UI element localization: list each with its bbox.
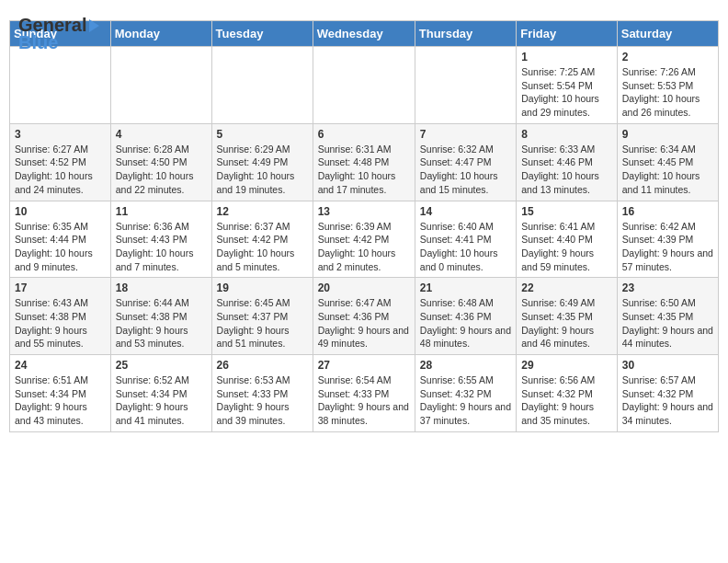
day-info: Sunrise: 6:39 AM Sunset: 4:42 PM Dayligh… [318,220,410,274]
day-info: Sunrise: 6:37 AM Sunset: 4:42 PM Dayligh… [217,220,308,274]
calendar-cell: 3Sunrise: 6:27 AM Sunset: 4:52 PM Daylig… [10,123,111,201]
day-info: Sunrise: 6:48 AM Sunset: 4:36 PM Dayligh… [420,296,511,350]
calendar-cell: 15Sunrise: 6:41 AM Sunset: 4:40 PM Dayli… [517,201,618,278]
calendar: SundayMondayTuesdayWednesdayThursdayFrid… [0,20,728,442]
day-info: Sunrise: 6:28 AM Sunset: 4:50 PM Dayligh… [116,143,207,197]
day-info: Sunrise: 6:50 AM Sunset: 4:35 PM Dayligh… [622,296,713,350]
calendar-cell: 25Sunrise: 6:52 AM Sunset: 4:34 PM Dayli… [110,355,211,432]
day-info: Sunrise: 6:41 AM Sunset: 4:40 PM Dayligh… [521,220,612,274]
calendar-header-row: SundayMondayTuesdayWednesdayThursdayFrid… [10,21,719,47]
calendar-cell: 4Sunrise: 6:28 AM Sunset: 4:50 PM Daylig… [110,123,211,201]
day-info: Sunrise: 6:45 AM Sunset: 4:37 PM Dayligh… [217,296,308,350]
day-number: 25 [116,359,207,372]
day-info: Sunrise: 6:27 AM Sunset: 4:52 PM Dayligh… [15,143,106,197]
day-number: 8 [521,128,612,141]
calendar-week-row: 10Sunrise: 6:35 AM Sunset: 4:44 PM Dayli… [10,201,719,278]
calendar-cell [415,47,516,124]
day-number: 27 [318,359,410,372]
day-info: Sunrise: 6:57 AM Sunset: 4:32 PM Dayligh… [622,373,713,428]
day-info: Sunrise: 6:53 AM Sunset: 4:33 PM Dayligh… [217,373,308,428]
day-info: Sunrise: 6:34 AM Sunset: 4:45 PM Dayligh… [622,143,713,197]
day-number: 4 [116,128,207,141]
day-number: 28 [420,359,511,372]
day-info: Sunrise: 6:44 AM Sunset: 4:38 PM Dayligh… [116,296,207,350]
day-number: 9 [622,128,713,141]
day-number: 15 [521,205,612,218]
calendar-cell: 20Sunrise: 6:47 AM Sunset: 4:36 PM Dayli… [313,278,415,355]
day-number: 17 [15,282,106,294]
day-info: Sunrise: 6:49 AM Sunset: 4:35 PM Dayligh… [521,296,612,350]
day-number: 3 [15,128,106,141]
calendar-week-row: 1Sunrise: 7:25 AM Sunset: 5:54 PM Daylig… [10,47,719,124]
day-info: Sunrise: 6:51 AM Sunset: 4:34 PM Dayligh… [15,373,106,428]
calendar-cell: 9Sunrise: 6:34 AM Sunset: 4:45 PM Daylig… [617,123,718,201]
calendar-body: 1Sunrise: 7:25 AM Sunset: 5:54 PM Daylig… [10,47,719,432]
day-info: Sunrise: 6:33 AM Sunset: 4:46 PM Dayligh… [521,143,612,197]
day-info: Sunrise: 6:35 AM Sunset: 4:44 PM Dayligh… [15,220,106,274]
calendar-week-row: 17Sunrise: 6:43 AM Sunset: 4:38 PM Dayli… [10,278,719,355]
weekday-header-wednesday: Wednesday [313,21,415,47]
calendar-cell: 10Sunrise: 6:35 AM Sunset: 4:44 PM Dayli… [10,201,111,278]
day-number: 2 [622,51,713,63]
day-number: 11 [116,205,207,218]
calendar-cell: 19Sunrise: 6:45 AM Sunset: 4:37 PM Dayli… [211,278,313,355]
calendar-week-row: 24Sunrise: 6:51 AM Sunset: 4:34 PM Dayli… [10,355,719,432]
day-number: 10 [15,205,106,218]
day-info: Sunrise: 6:42 AM Sunset: 4:39 PM Dayligh… [622,220,713,274]
day-number: 21 [420,282,511,294]
calendar-cell: 21Sunrise: 6:48 AM Sunset: 4:36 PM Dayli… [415,278,516,355]
weekday-header-friday: Friday [517,21,618,47]
day-info: Sunrise: 6:47 AM Sunset: 4:36 PM Dayligh… [318,296,410,350]
day-number: 16 [622,205,713,218]
day-info: Sunrise: 6:40 AM Sunset: 4:41 PM Dayligh… [420,220,511,274]
calendar-cell: 13Sunrise: 6:39 AM Sunset: 4:42 PM Dayli… [313,201,415,278]
page-header [0,0,728,20]
calendar-cell: 16Sunrise: 6:42 AM Sunset: 4:39 PM Dayli… [617,201,718,278]
day-info: Sunrise: 6:36 AM Sunset: 4:43 PM Dayligh… [116,220,207,274]
calendar-cell: 18Sunrise: 6:44 AM Sunset: 4:38 PM Dayli… [110,278,211,355]
calendar-cell: 2Sunrise: 7:26 AM Sunset: 5:53 PM Daylig… [617,47,718,124]
calendar-cell [110,47,211,124]
calendar-cell: 1Sunrise: 7:25 AM Sunset: 5:54 PM Daylig… [517,47,618,124]
calendar-cell: 6Sunrise: 6:31 AM Sunset: 4:48 PM Daylig… [313,123,415,201]
calendar-cell: 28Sunrise: 6:55 AM Sunset: 4:32 PM Dayli… [415,355,516,432]
calendar-cell: 12Sunrise: 6:37 AM Sunset: 4:42 PM Dayli… [211,201,313,278]
day-info: Sunrise: 6:56 AM Sunset: 4:32 PM Dayligh… [521,373,612,428]
calendar-cell: 14Sunrise: 6:40 AM Sunset: 4:41 PM Dayli… [415,201,516,278]
day-info: Sunrise: 6:43 AM Sunset: 4:38 PM Dayligh… [15,296,106,350]
logo-blue: Blue [18,32,58,53]
day-number: 7 [420,128,511,141]
day-info: Sunrise: 6:31 AM Sunset: 4:48 PM Dayligh… [318,143,410,197]
day-number: 23 [622,282,713,294]
day-number: 30 [622,359,713,372]
weekday-header-monday: Monday [110,21,211,47]
day-number: 22 [521,282,612,294]
day-number: 14 [420,205,511,218]
day-number: 5 [217,128,308,141]
day-info: Sunrise: 7:26 AM Sunset: 5:53 PM Dayligh… [622,65,713,120]
calendar-cell [211,47,313,124]
calendar-cell: 8Sunrise: 6:33 AM Sunset: 4:46 PM Daylig… [517,123,618,201]
weekday-header-thursday: Thursday [415,21,516,47]
calendar-cell: 30Sunrise: 6:57 AM Sunset: 4:32 PM Dayli… [617,355,718,432]
calendar-cell: 5Sunrise: 6:29 AM Sunset: 4:49 PM Daylig… [211,123,313,201]
day-number: 18 [116,282,207,294]
calendar-cell: 22Sunrise: 6:49 AM Sunset: 4:35 PM Dayli… [517,278,618,355]
day-number: 26 [217,359,308,372]
day-info: Sunrise: 6:29 AM Sunset: 4:49 PM Dayligh… [217,143,308,197]
day-number: 12 [217,205,308,218]
calendar-cell: 27Sunrise: 6:54 AM Sunset: 4:33 PM Dayli… [313,355,415,432]
logo: General Blue [18,15,99,53]
calendar-cell: 26Sunrise: 6:53 AM Sunset: 4:33 PM Dayli… [211,355,313,432]
day-number: 29 [521,359,612,372]
day-info: Sunrise: 6:52 AM Sunset: 4:34 PM Dayligh… [116,373,207,428]
calendar-cell: 17Sunrise: 6:43 AM Sunset: 4:38 PM Dayli… [10,278,111,355]
day-info: Sunrise: 6:54 AM Sunset: 4:33 PM Dayligh… [318,373,410,428]
day-number: 13 [318,205,410,218]
day-number: 19 [217,282,308,294]
day-number: 1 [521,51,612,63]
day-number: 6 [318,128,410,141]
day-info: Sunrise: 7:25 AM Sunset: 5:54 PM Dayligh… [521,65,612,120]
weekday-header-tuesday: Tuesday [211,21,313,47]
day-number: 24 [15,359,106,372]
